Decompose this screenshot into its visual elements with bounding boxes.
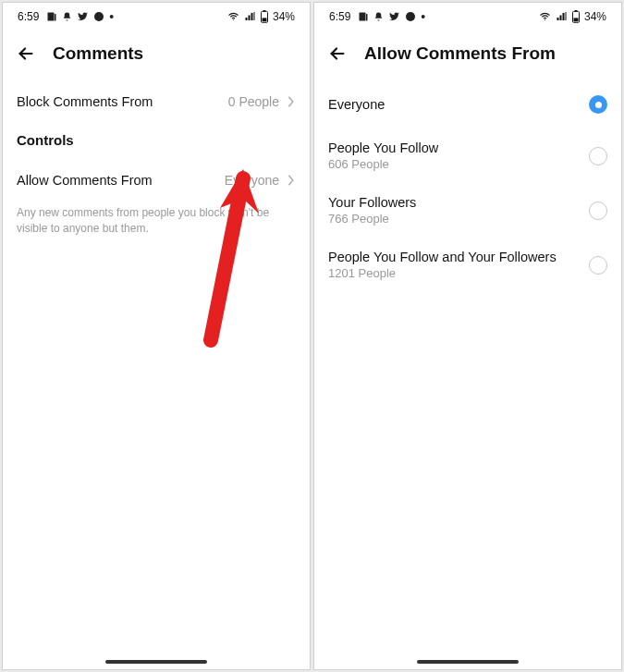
status-notif-icons: •: [46, 10, 114, 23]
back-arrow-icon[interactable]: [16, 43, 36, 64]
allow-comments-value: Everyone: [225, 173, 279, 188]
svg-rect-13: [575, 10, 578, 11]
status-time: 6:59: [18, 10, 39, 23]
svg-rect-1: [55, 14, 56, 21]
svg-rect-6: [263, 18, 267, 21]
chevron-right-icon: [287, 174, 296, 187]
option-sub: 606 People: [328, 157, 438, 171]
option-follow-and-followers[interactable]: People You Follow and Your Followers 120…: [314, 238, 621, 292]
radio-selected-icon[interactable]: [589, 95, 607, 114]
option-label: People You Follow and Your Followers: [328, 250, 557, 264]
status-right: 34%: [538, 10, 606, 23]
spotify-icon: [405, 11, 416, 22]
signal-icon: [244, 11, 256, 22]
svg-point-11: [544, 19, 545, 20]
svg-point-10: [406, 12, 415, 21]
option-people-you-follow[interactable]: People You Follow 606 People: [314, 128, 621, 183]
wifi-icon: [538, 11, 552, 22]
comments-settings-screen: 6:59 • 34% Comments Block Comments From …: [2, 2, 311, 670]
battery-text: 34%: [584, 10, 606, 23]
block-comments-row[interactable]: Block Comments From 0 People: [3, 80, 310, 123]
news-icon: [46, 11, 57, 22]
allow-comments-from-screen: 6:59 • 34% Allow Comments From Everyone: [313, 2, 622, 670]
status-time: 6:59: [329, 10, 350, 23]
battery-icon: [571, 10, 581, 23]
signal-icon: [556, 11, 568, 22]
header: Comments: [3, 31, 310, 80]
allow-comments-label: Allow Comments From: [17, 173, 153, 188]
option-label: People You Follow: [328, 141, 438, 155]
option-sub: 766 People: [328, 212, 416, 226]
option-everyone[interactable]: Everyone: [314, 80, 621, 128]
news-icon: [358, 11, 369, 22]
block-comments-value: 0 People: [228, 94, 279, 109]
header: Allow Comments From: [314, 31, 621, 80]
svg-rect-5: [263, 10, 266, 11]
radio-unselected-icon[interactable]: [589, 147, 607, 165]
svg-rect-9: [366, 14, 368, 21]
controls-heading: Controls: [3, 123, 310, 159]
option-label: Your Followers: [328, 195, 416, 210]
option-your-followers[interactable]: Your Followers 766 People: [314, 183, 621, 238]
more-dot-icon: •: [109, 10, 114, 23]
status-bar: 6:59 • 34%: [314, 3, 621, 31]
twitter-icon: [77, 11, 89, 22]
radio-unselected-icon[interactable]: [589, 202, 607, 220]
battery-text: 34%: [273, 10, 295, 23]
allow-comments-row[interactable]: Allow Comments From Everyone: [3, 159, 310, 202]
radio-unselected-icon[interactable]: [589, 256, 607, 275]
helper-text: Any new comments from people you block w…: [3, 202, 310, 238]
block-comments-label: Block Comments From: [17, 94, 153, 109]
status-left: 6:59 •: [329, 10, 425, 23]
svg-rect-8: [360, 13, 366, 21]
home-indicator[interactable]: [417, 660, 519, 664]
twitter-icon: [388, 11, 400, 22]
svg-rect-0: [48, 13, 55, 21]
option-label: Everyone: [328, 97, 385, 112]
svg-point-3: [233, 19, 234, 20]
status-notif-icons: •: [358, 10, 425, 23]
bell-icon: [373, 11, 384, 22]
bell-icon: [62, 11, 72, 22]
status-bar: 6:59 • 34%: [3, 3, 310, 31]
option-sub: 1201 People: [328, 266, 557, 280]
svg-rect-14: [574, 18, 579, 21]
svg-point-2: [94, 12, 104, 21]
status-left: 6:59 •: [18, 10, 114, 23]
battery-icon: [260, 10, 269, 23]
page-title: Comments: [53, 43, 143, 64]
home-indicator[interactable]: [105, 660, 207, 664]
chevron-right-icon: [287, 95, 296, 108]
back-arrow-icon[interactable]: [327, 43, 348, 64]
more-dot-icon: •: [421, 10, 425, 23]
wifi-icon: [226, 11, 240, 22]
spotify-icon: [93, 11, 104, 22]
page-title: Allow Comments From: [364, 43, 556, 64]
status-right: 34%: [226, 10, 295, 23]
